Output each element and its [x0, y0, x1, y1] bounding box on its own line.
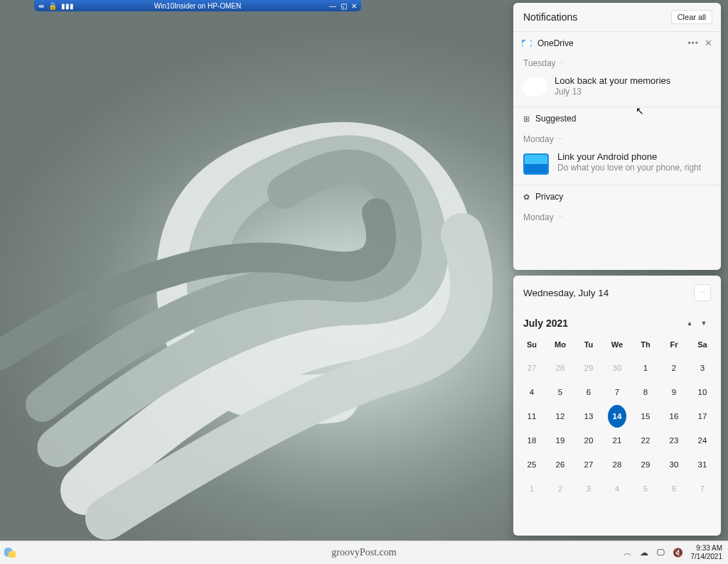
calendar-day[interactable]: 30: [608, 357, 626, 379]
notifications-title: Notifications: [523, 11, 577, 23]
restore-icon[interactable]: ◱: [341, 2, 347, 10]
tray-chevron-icon[interactable]: ︿: [623, 547, 632, 559]
calendar-day[interactable]: 3: [693, 357, 712, 379]
tray-onedrive-icon[interactable]: ☁: [640, 548, 648, 558]
grid-icon: ⊞: [523, 114, 530, 124]
prev-month-button[interactable]: ▲: [682, 320, 697, 327]
privacy-section-header[interactable]: ✿ Privacy: [513, 185, 721, 208]
calendar-day[interactable]: 27: [523, 357, 541, 379]
cloud-thumb-icon: [523, 77, 546, 96]
tray-network-icon[interactable]: 🖵: [656, 548, 665, 558]
calendar-day[interactable]: 6: [579, 381, 598, 403]
dismiss-group-icon[interactable]: ✕: [705, 38, 712, 48]
calendar-day[interactable]: 14: [608, 405, 626, 428]
calendar-dow: We: [603, 335, 631, 356]
group-day-label[interactable]: Tuesday ﹀: [513, 54, 721, 71]
calendar-day[interactable]: 1: [636, 357, 655, 379]
calendar-day[interactable]: 2: [551, 477, 569, 500]
collapse-calendar-button[interactable]: ﹀: [694, 284, 711, 301]
calendar-day[interactable]: 23: [665, 429, 683, 452]
chevron-down-icon: ﹀: [557, 213, 564, 222]
calendar-day[interactable]: 21: [608, 429, 626, 452]
calendar-dow: Sa: [688, 335, 717, 356]
tray-volume-icon[interactable]: 🔇: [673, 548, 683, 558]
clear-all-button[interactable]: Clear all: [671, 10, 712, 24]
suggested-day-label[interactable]: Monday ﹀: [513, 130, 721, 147]
calendar-month-label[interactable]: July 2021: [523, 318, 682, 329]
calendar-day[interactable]: 10: [693, 381, 712, 403]
notification-item-sub: July 13: [555, 87, 670, 97]
calendar-day[interactable]: 8: [636, 381, 655, 403]
chevron-down-icon: ﹀: [560, 59, 566, 68]
privacy-day-label[interactable]: Monday ﹀: [513, 208, 721, 225]
weather-icon[interactable]: [4, 548, 16, 558]
calendar-day[interactable]: 29: [579, 357, 598, 379]
vm-title: Win10Insider on HP-OMEN: [154, 2, 241, 10]
chevron-down-icon: ﹀: [557, 135, 564, 144]
calendar-day[interactable]: 28: [608, 453, 626, 476]
calendar-day[interactable]: 5: [636, 477, 655, 500]
calendar-day[interactable]: 9: [665, 381, 683, 403]
notification-item-title: Look back at your memories: [555, 75, 670, 86]
calendar-day[interactable]: 16: [665, 405, 683, 428]
clock-time: 9:33 AM: [691, 544, 723, 553]
clock-date: 7/14/2021: [691, 553, 723, 561]
calendar-grid: SuMoTuWeThFrSa27282930123456789101112131…: [513, 332, 721, 508]
calendar-day[interactable]: 15: [636, 405, 655, 428]
calendar-day[interactable]: 25: [523, 453, 541, 476]
calendar-day[interactable]: 24: [693, 429, 712, 452]
calendar-day[interactable]: 11: [523, 405, 541, 428]
calendar-day[interactable]: 30: [665, 453, 683, 476]
calendar-day[interactable]: 18: [523, 429, 541, 452]
calendar-day[interactable]: 5: [551, 381, 569, 403]
calendar-dow: Su: [518, 335, 546, 356]
calendar-day[interactable]: 29: [636, 453, 655, 476]
calendar-day[interactable]: 6: [665, 477, 683, 500]
calendar-day[interactable]: 2: [665, 357, 683, 379]
calendar-day[interactable]: 4: [608, 477, 626, 500]
calendar-dow: Mo: [546, 335, 574, 356]
signal-icon[interactable]: ▮▮▮: [61, 2, 74, 10]
next-month-button[interactable]: ▼: [697, 320, 711, 327]
minimize-icon[interactable]: —: [329, 2, 336, 10]
pin-icon[interactable]: ⇹: [38, 2, 44, 10]
calendar-dow: Tu: [574, 335, 603, 356]
suggested-item-title: Link your Android phone: [557, 151, 701, 162]
suggested-section-header[interactable]: ⊞ Suggested: [513, 107, 721, 130]
calendar-day[interactable]: 7: [608, 381, 626, 403]
close-icon[interactable]: ✕: [351, 2, 357, 10]
notifications-panel: Notifications Clear all OneDrive ••• ✕ T…: [513, 3, 721, 270]
calendar-day[interactable]: 26: [551, 453, 569, 476]
calendar-day[interactable]: 27: [579, 453, 598, 476]
suggested-item[interactable]: Link your Android phone Do what you love…: [513, 147, 721, 185]
phone-thumb-icon: [523, 153, 549, 175]
calendar-dow: Th: [631, 335, 660, 356]
calendar-day[interactable]: 19: [551, 429, 569, 452]
calendar-day[interactable]: 3: [579, 477, 598, 500]
calendar-dow: Fr: [660, 335, 688, 356]
calendar-day[interactable]: 22: [636, 429, 655, 452]
calendar-panel: Wednesday, July 14 ﹀ July 2021 ▲ ▼ SuMoT…: [513, 276, 721, 536]
calendar-day[interactable]: 17: [693, 405, 712, 428]
calendar-current-date: Wednesday, July 14: [523, 288, 609, 298]
calendar-day[interactable]: 1: [523, 477, 541, 500]
calendar-day[interactable]: 31: [693, 453, 712, 476]
calendar-day[interactable]: 20: [579, 429, 598, 452]
calendar-day[interactable]: 12: [551, 405, 569, 428]
lock-icon[interactable]: 🔒: [48, 2, 57, 10]
calendar-day[interactable]: 28: [551, 357, 569, 379]
group-app-label: OneDrive: [537, 38, 574, 48]
calendar-day[interactable]: 4: [523, 381, 541, 403]
notification-item[interactable]: Look back at your memories July 13: [513, 71, 721, 107]
gear-icon: ✿: [523, 192, 530, 202]
more-icon[interactable]: •••: [687, 38, 699, 48]
notification-group-onedrive[interactable]: OneDrive ••• ✕: [513, 32, 721, 54]
taskbar[interactable]: groovyPost.com ︿ ☁ 🖵 🔇 9:33 AM 7/14/2021: [0, 541, 728, 564]
calendar-day[interactable]: 13: [579, 405, 598, 428]
onedrive-icon: [522, 40, 532, 47]
calendar-day[interactable]: 7: [693, 477, 712, 500]
watermark-text: groovyPost.com: [331, 547, 396, 558]
suggested-item-sub: Do what you love on your phone, right: [557, 163, 701, 173]
taskbar-clock[interactable]: 9:33 AM 7/14/2021: [691, 544, 723, 561]
vm-titlebar: ⇹ 🔒 ▮▮▮ Win10Insider on HP-OMEN — ◱ ✕: [34, 0, 361, 11]
